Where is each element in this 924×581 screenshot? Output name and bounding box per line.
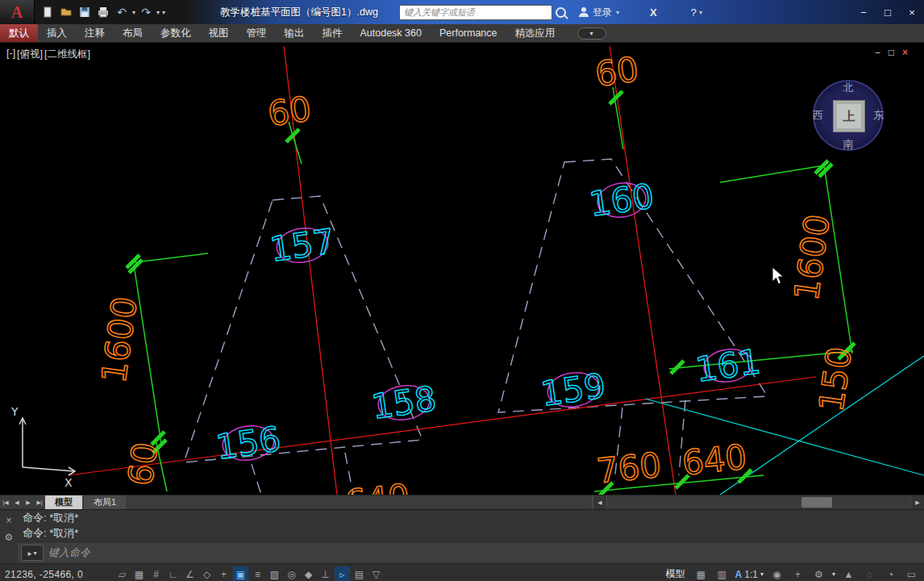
- annotation-monitor-icon[interactable]: ▲: [841, 566, 856, 581]
- tab-insert[interactable]: 插入: [38, 24, 76, 42]
- dim-text-640-bottom-center[interactable]: 640: [343, 476, 412, 495]
- viewcube-north[interactable]: 北: [843, 81, 854, 95]
- ortho-mode-icon[interactable]: ∟: [165, 566, 181, 581]
- model-tab[interactable]: 模型: [45, 495, 82, 509]
- doc-close-button[interactable]: ×: [902, 47, 908, 58]
- workspace-switching-icon[interactable]: ⚙: [811, 566, 826, 581]
- drawing-area[interactable]: 157 160 156 158 159 161 60 60 1600 1600 …: [0, 43, 924, 495]
- model-space-button[interactable]: 模型: [664, 567, 688, 581]
- open-file-button[interactable]: [58, 4, 74, 20]
- exchange-apps-button[interactable]: X: [647, 6, 660, 19]
- autocad-logo[interactable]: A: [0, 0, 35, 24]
- selection-filtering-icon[interactable]: ▽: [368, 566, 384, 581]
- layout-icon[interactable]: ▦: [693, 566, 709, 581]
- infer-constraints-icon[interactable]: ▱: [114, 566, 130, 581]
- new-file-button[interactable]: [40, 4, 56, 20]
- viewport-visual-style-control[interactable]: [二维线框]: [44, 48, 90, 61]
- dim-text-60-top-left[interactable]: 60: [265, 89, 314, 134]
- tab-autodesk360[interactable]: Autodesk 360: [352, 24, 431, 42]
- osnap-tracking-icon[interactable]: +: [216, 566, 231, 581]
- clean-screen-icon[interactable]: ▭: [904, 566, 919, 581]
- object-snap-icon[interactable]: ▣: [233, 566, 248, 581]
- plot-button[interactable]: [95, 4, 111, 20]
- isolate-objects-icon[interactable]: ◌: [862, 566, 877, 581]
- tab-manage[interactable]: 管理: [238, 24, 276, 42]
- viewport-menu-control[interactable]: [-]: [6, 48, 15, 61]
- first-tab-button[interactable]: |◀: [0, 499, 11, 506]
- help-button[interactable]: ? ▾: [688, 6, 705, 19]
- horizontal-scrollbar[interactable]: ◀ ▶: [593, 495, 924, 509]
- ribbon-display-toggle[interactable]: ▾: [577, 27, 606, 40]
- redo-dropdown-icon[interactable]: ▾: [156, 9, 160, 16]
- pile-label-161[interactable]: 161: [693, 341, 763, 390]
- drawing-canvas[interactable]: 157 160 156 158 159 161 60 60 1600 1600 …: [0, 43, 924, 495]
- dim-text-60-top-right[interactable]: 60: [593, 49, 641, 94]
- selection-cycling-icon[interactable]: ◎: [284, 566, 299, 581]
- 3d-object-snap-icon[interactable]: ◆: [301, 566, 316, 581]
- centerlines[interactable]: [69, 46, 816, 495]
- tab-layout[interactable]: 布局: [114, 24, 152, 42]
- grid-display-icon[interactable]: #: [148, 566, 164, 581]
- previous-tab-button[interactable]: ◀: [11, 499, 23, 506]
- redo-button[interactable]: ↷: [138, 4, 154, 20]
- scroll-left-button[interactable]: ◀: [593, 499, 606, 506]
- dynamic-ucs-icon[interactable]: ⊥: [318, 566, 333, 581]
- dim-text-60-bottom-left[interactable]: 60: [120, 440, 165, 488]
- next-tab-button[interactable]: ▶: [23, 499, 34, 506]
- close-command-window-button[interactable]: ×: [6, 515, 11, 526]
- pile-label-158[interactable]: 158: [369, 378, 439, 427]
- viewcube-south[interactable]: 南: [843, 137, 854, 152]
- polar-tracking-icon[interactable]: ∠: [182, 566, 198, 581]
- transparency-icon[interactable]: ▨: [267, 566, 282, 581]
- dim-text-150-right[interactable]: 150: [811, 345, 859, 414]
- graphics-performance-icon[interactable]: ◔: [883, 566, 898, 581]
- command-input-placeholder[interactable]: 键入命令: [48, 545, 90, 560]
- lineweight-icon[interactable]: ≡: [250, 566, 265, 581]
- tab-output[interactable]: 输出: [276, 24, 314, 42]
- tab-plugins[interactable]: 插件: [314, 24, 352, 42]
- dim-text-760[interactable]: 760: [595, 445, 664, 491]
- viewport-view-control[interactable]: [俯视]: [17, 48, 43, 61]
- signin-button[interactable]: 登录 ▾: [579, 6, 619, 19]
- tab-default[interactable]: 默认: [0, 24, 38, 42]
- minimize-button[interactable]: −: [851, 0, 876, 24]
- quick-properties-icon[interactable]: ▤: [352, 566, 367, 581]
- pile-label-157[interactable]: 157: [268, 221, 337, 270]
- viewcube-east[interactable]: 东: [873, 108, 884, 123]
- search-input[interactable]: [399, 5, 552, 20]
- viewcube[interactable]: 北 南 西 东 上: [806, 73, 890, 157]
- tab-view[interactable]: 视图: [200, 24, 238, 42]
- quick-access-customize-icon[interactable]: ▾: [162, 9, 165, 16]
- doc-restore-button[interactable]: □: [889, 47, 894, 58]
- scrollbar-track[interactable]: [606, 495, 911, 509]
- dynamic-input-icon[interactable]: ▹: [335, 566, 350, 581]
- isometric-drafting-icon[interactable]: ◇: [199, 566, 214, 581]
- customize-wrench-icon[interactable]: ⚙: [5, 532, 14, 543]
- annotation-visibility-icon[interactable]: ◉: [769, 566, 785, 581]
- doc-minimize-button[interactable]: −: [875, 47, 880, 58]
- undo-button[interactable]: ↶: [114, 4, 130, 20]
- quick-view-icon[interactable]: ▥: [714, 566, 730, 581]
- snap-mode-icon[interactable]: ▦: [131, 566, 147, 581]
- save-button[interactable]: [77, 4, 93, 20]
- close-button[interactable]: ×: [900, 0, 924, 24]
- tab-annotate[interactable]: 注释: [76, 24, 114, 42]
- tab-performance[interactable]: Performance: [431, 24, 506, 42]
- search-button[interactable]: [552, 7, 569, 18]
- workspace-caret-icon[interactable]: ▾: [832, 571, 835, 578]
- annotation-scale-control[interactable]: A 1:1 ▾: [735, 569, 764, 580]
- annotation-autoscale-icon[interactable]: +: [790, 566, 805, 581]
- last-tab-button[interactable]: ▶|: [34, 499, 45, 506]
- dim-text-1600-left[interactable]: 1600: [94, 295, 144, 386]
- command-input-row[interactable]: ▸▾ 键入命令: [18, 541, 924, 563]
- layout1-tab[interactable]: 布局1: [84, 495, 126, 509]
- dim-text-640[interactable]: 640: [681, 437, 749, 483]
- scroll-right-button[interactable]: ▶: [911, 499, 924, 506]
- dim-text-1600-right[interactable]: 1600: [786, 212, 837, 303]
- tab-featured-apps[interactable]: 精选应用: [506, 24, 564, 42]
- viewcube-top-face[interactable]: 上: [833, 100, 865, 132]
- scrollbar-thumb[interactable]: [801, 497, 832, 508]
- viewcube-west[interactable]: 西: [813, 108, 823, 123]
- pile-bubbles[interactable]: [220, 180, 754, 463]
- tab-parametric[interactable]: 参数化: [152, 24, 200, 42]
